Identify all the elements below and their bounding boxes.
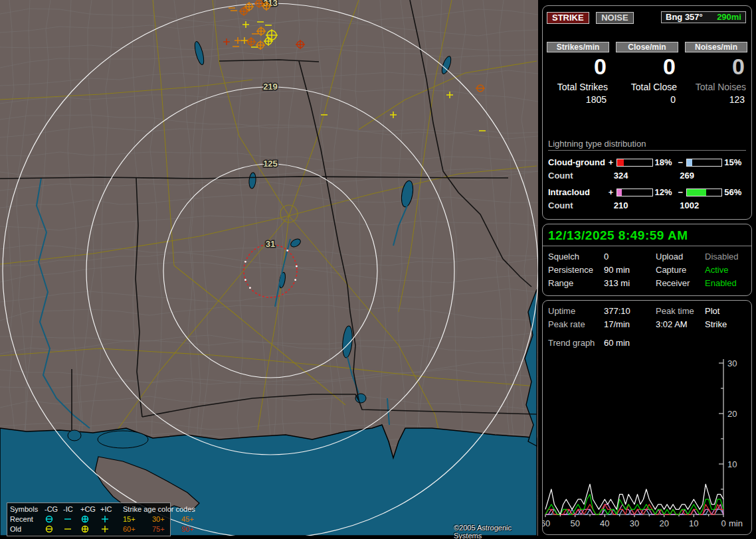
svg-text:60: 60 [543,518,550,528]
noises-counter: Noises/min 0 Total Noises 123 [685,42,747,105]
cg-negative-pct: 15% [724,157,746,167]
copyright-text: ©2005 Astrogenic Systems [454,524,538,539]
legend-pp-icon [100,515,118,523]
peak-rate-label: Peak rate [548,319,585,329]
svg-text:10: 10 [689,518,698,528]
plot-label: Plot [705,306,719,316]
noise-mode-button[interactable]: NOISE [596,12,633,24]
legend-cp-icon [80,525,100,533]
ic-negative-count: 1002 [680,200,746,210]
total-close-label: Total Close [616,82,678,92]
ic-positive-pct: 12% [655,187,677,197]
close-per-min-label: Close/min [616,42,678,52]
cg-negative-count: 269 [680,171,746,181]
legend-col-header: -CG [45,504,63,514]
svg-text:20: 20 [659,518,668,528]
cg-positive-pct: 18% [655,157,677,167]
trend-panel: Uptime 377:10 Peak time Plot Peak rate 1… [542,300,752,535]
svg-text:30: 30 [727,358,737,368]
legend-cp-icon [80,515,100,523]
receiver-status: Enabled [705,278,737,288]
ic-positive-bar [616,189,652,196]
legend-mm-icon [63,515,80,523]
strikes-per-min-value: 0 [547,55,609,78]
trend-graph-label: Trend graph [548,338,595,348]
legend-age-value: 90+ [181,524,211,534]
cloud-ground-row: Cloud-ground + 18% − 15% [548,157,746,167]
legend-age-value: 60+ [123,524,152,534]
total-noises-label: Total Noises [685,82,747,92]
lightning-distribution: Lightning type distribution Cloud-ground… [548,139,746,210]
capture-status: Active [705,265,728,275]
legend-col-header: -IC [63,504,80,514]
legend-cm-icon [45,525,63,533]
map-canvas: 31125219313 [0,0,538,536]
count-label: Count [548,200,614,210]
total-close-value: 0 [616,94,678,105]
cg-positive-bar [616,159,652,167]
svg-text:125: 125 [263,159,278,169]
legend-row-label: Recent [10,514,45,524]
count-label: Count [548,171,614,181]
peak-time-label: Peak time [656,306,694,316]
map-legend: Symbols-CG-IC+CG+ICStrike age color code… [7,502,171,536]
uptime-value: 377:10 [604,306,630,316]
trend-graph: 1020306050403020100min [543,354,751,532]
close-per-min-value: 0 [616,55,678,78]
legend-col-header: +CG [80,504,100,514]
svg-text:0: 0 [721,518,725,528]
svg-text:20: 20 [727,409,737,419]
minus-sign: − [676,187,684,197]
legend-age-value: 75+ [152,524,181,534]
legend-pp-icon [100,525,118,533]
svg-text:50: 50 [570,518,579,528]
upload-status: Disabled [705,252,739,262]
upload-label: Upload [656,252,683,262]
capture-label: Capture [656,265,686,275]
plus-sign: + [607,157,615,167]
squelch-value: 0 [604,252,609,262]
minus-sign: − [676,157,684,167]
peak-rate-value: 17/min [604,319,630,329]
total-noises-value: 123 [685,94,747,105]
ic-negative-pct: 56% [724,187,746,197]
legend-row-label: Old [10,524,45,534]
uptime-label: Uptime [548,306,575,316]
svg-text:219: 219 [263,82,278,92]
cg-negative-bar [686,159,722,167]
status-panel: 12/13/2025 8:49:59 AM Squelch 0 Upload D… [542,224,752,296]
strike-mode-button[interactable]: STRIKE [547,12,589,24]
plus-sign: + [607,187,615,197]
legend-age-value: 30+ [152,514,181,524]
cg-count-row: Count 324 269 [548,171,746,181]
svg-text:40: 40 [600,518,609,528]
strike-map[interactable]: 31125219313 Symbols-CG-IC+CG+ICStrike ag… [0,0,538,536]
noises-per-min-label: Noises/min [685,42,747,52]
persistence-value: 90 min [604,265,630,275]
svg-text:10: 10 [727,459,737,469]
svg-text:30: 30 [630,518,639,528]
bearing-label: Bng 357° [666,12,703,23]
persistence-label: Persistence [548,265,593,275]
ic-negative-bar [686,189,722,196]
strikes-per-min-label: Strikes/min [547,42,609,52]
svg-text:min: min [729,518,743,528]
legend-col-header: +IC [100,504,118,514]
intracloud-row: Intracloud + 12% − 56% [548,187,746,197]
bearing-range: 290mi [717,12,741,23]
noises-per-min-value: 0 [685,55,747,78]
intracloud-label: Intracloud [548,187,607,197]
legend-symbols-label: Symbols [10,504,45,514]
trend-graph-range: 60 min [604,338,630,348]
cloud-ground-label: Cloud-ground [548,157,607,167]
datetime-display: 12/13/2025 8:49:59 AM [543,224,751,246]
bearing-readout: Bng 357° 290mi [661,11,746,23]
total-strikes-value: 1805 [547,94,609,105]
receiver-label: Receiver [656,278,690,288]
strikes-counter: Strikes/min 0 Total Strikes 1805 [547,42,609,105]
range-value: 313 mi [604,278,630,288]
legend-age-value: 45+ [181,514,211,524]
legend-cm-icon [45,515,63,523]
plot-value: Strike [705,319,727,329]
app-window: { "header": { "strike_btn": "STRIKE", "n… [0,0,756,539]
